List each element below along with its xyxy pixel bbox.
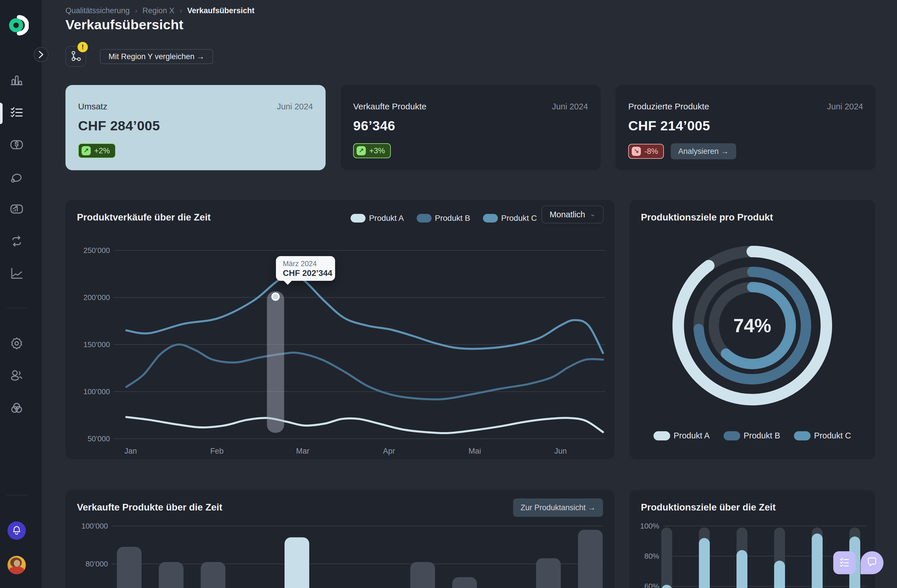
- kpi-period: Juni 2024: [827, 102, 863, 112]
- gear-icon: [10, 337, 23, 351]
- sidebar-item-team[interactable]: [4, 363, 29, 389]
- svg-text:Apr: Apr: [383, 447, 395, 455]
- chart-tooltip: März 2024 CHF 202’344: [276, 256, 335, 281]
- legend-produkt-b[interactable]: Produkt B: [724, 431, 780, 440]
- svg-text:150’000: 150’000: [83, 340, 110, 349]
- bar-chart-icon: [10, 73, 23, 87]
- sales-line-chart-card: Produktverkäufe über die Zeit Produkt A …: [66, 200, 614, 459]
- svg-text:100’000: 100’000: [81, 522, 108, 530]
- legend-swatch: [794, 431, 811, 440]
- chat-loop-icon: [10, 171, 23, 185]
- kpi-label: Verkaufte Produkte: [353, 102, 426, 112]
- chart-board-icon: [10, 202, 23, 217]
- kpi-card-umsatz: Umsatz Juni 2024 CHF 284’005 ↗ +2%: [66, 85, 326, 170]
- svg-text:Mai: Mai: [468, 447, 481, 455]
- notifications-button[interactable]: [8, 521, 26, 540]
- sidebar: [0, 0, 41, 588]
- repeat-icon: [10, 234, 23, 249]
- breadcrumb-item[interactable]: Qualitätssicherung: [66, 6, 130, 15]
- chevron-right-icon: ›: [135, 6, 138, 15]
- page-title: Verkaufsübersicht: [66, 17, 184, 32]
- kpi-value: CHF 284’005: [78, 118, 313, 133]
- kpi-period: Juni 2024: [552, 102, 588, 112]
- svg-text:100’000: 100’000: [83, 387, 110, 396]
- kpi-card-verkaufte: Verkaufte Produkte Juni 2024 96’346 ↗ +3…: [341, 85, 601, 170]
- checklist-icon: [10, 106, 23, 120]
- chat-fab-button[interactable]: [860, 551, 883, 574]
- alert-badge: !: [78, 42, 88, 52]
- bar-chart-plot: 100’00080’000: [66, 490, 614, 588]
- donut-chart-plot: [629, 200, 875, 459]
- legend-produkt-c[interactable]: Produkt C: [794, 431, 851, 440]
- sold-products-bar-card: Verkaufte Produkte über die Zeit Zur Pro…: [66, 490, 614, 588]
- user-avatar[interactable]: [8, 556, 26, 574]
- sidebar-expand-button[interactable]: [34, 47, 49, 62]
- svg-text:250’000: 250’000: [83, 246, 110, 255]
- trend-up-icon: ↗: [81, 146, 91, 155]
- kpi-period: Juni 2024: [277, 102, 313, 112]
- trend-badge: ↗ +2%: [78, 143, 116, 158]
- svg-text:Feb: Feb: [210, 447, 223, 455]
- legend-produkt-a[interactable]: Produkt A: [654, 431, 710, 440]
- breadcrumb-item[interactable]: Region X: [142, 6, 174, 15]
- kpi-label: Produzierte Produkte: [628, 102, 709, 112]
- groups-icon: [10, 402, 23, 416]
- sidebar-divider-bottom: [7, 495, 27, 496]
- tasks-fab-button[interactable]: [833, 551, 856, 574]
- analyze-button[interactable]: Analysieren →: [671, 143, 736, 159]
- sidebar-item-overview[interactable]: [4, 68, 29, 93]
- legend-swatch: [724, 431, 740, 440]
- svg-text:200’000: 200’000: [83, 293, 110, 302]
- users-icon: [10, 369, 23, 383]
- dashboard: Qualitätssicherung › Region X › Verkaufs…: [0, 0, 897, 588]
- svg-text:80’000: 80’000: [86, 560, 108, 568]
- line-chart-plot: 250’000200’000150’000100’00050’000JanFeb…: [66, 200, 614, 459]
- sidebar-item-comments[interactable]: [4, 165, 29, 191]
- sidebar-item-tasks[interactable]: [4, 101, 29, 126]
- line-chart-icon: [10, 267, 23, 281]
- svg-text:60%: 60%: [644, 582, 659, 588]
- bell-icon: [12, 525, 21, 536]
- sidebar-item-analytics[interactable]: [4, 261, 29, 286]
- trend-badge: ↘ -8%: [628, 144, 664, 159]
- kpi-label: Umsatz: [78, 102, 107, 112]
- kpi-value: CHF 214’005: [628, 118, 863, 133]
- compare-region-button[interactable]: Mit Region Y vergleichen →: [100, 49, 213, 64]
- sidebar-active-indicator: [0, 103, 3, 124]
- trend-up-icon: ↗: [357, 146, 366, 155]
- svg-text:80%: 80%: [644, 552, 659, 560]
- app-logo: [8, 15, 29, 35]
- donut-legend: Produkt A Produkt B Produkt C: [629, 431, 875, 440]
- sidebar-item-settings[interactable]: [4, 331, 29, 357]
- svg-text:100%: 100%: [640, 522, 660, 530]
- kpi-card-produzierte: Produzierte Produkte Juni 2024 CHF 214’0…: [615, 85, 876, 170]
- sidebar-item-groups[interactable]: [4, 396, 29, 421]
- svg-text:Mar: Mar: [296, 447, 309, 455]
- kpi-value: 96’346: [353, 118, 588, 133]
- checklist-icon: [839, 557, 850, 569]
- trend-badge: ↗ +3%: [353, 143, 391, 158]
- sidebar-item-reports[interactable]: [4, 197, 29, 222]
- svg-text:50’000: 50’000: [87, 434, 110, 443]
- chat-bubble-icon: [866, 556, 878, 569]
- sidebar-item-finance[interactable]: [4, 133, 29, 158]
- svg-text:Jun: Jun: [554, 447, 567, 455]
- trend-down-icon: ↘: [632, 147, 641, 156]
- sidebar-item-sync[interactable]: [4, 229, 29, 254]
- chevron-right-icon: ›: [179, 6, 182, 15]
- breadcrumb: Qualitätssicherung › Region X › Verkaufs…: [66, 6, 254, 15]
- dollar-icon: [10, 138, 23, 152]
- production-goals-donut-card: Produktionsziele pro Produkt 74% Produkt…: [629, 200, 875, 459]
- svg-text:Jan: Jan: [124, 447, 137, 455]
- breadcrumb-current: Verkaufsübersicht: [187, 6, 254, 15]
- sidebar-divider: [7, 308, 27, 308]
- legend-swatch: [654, 431, 670, 440]
